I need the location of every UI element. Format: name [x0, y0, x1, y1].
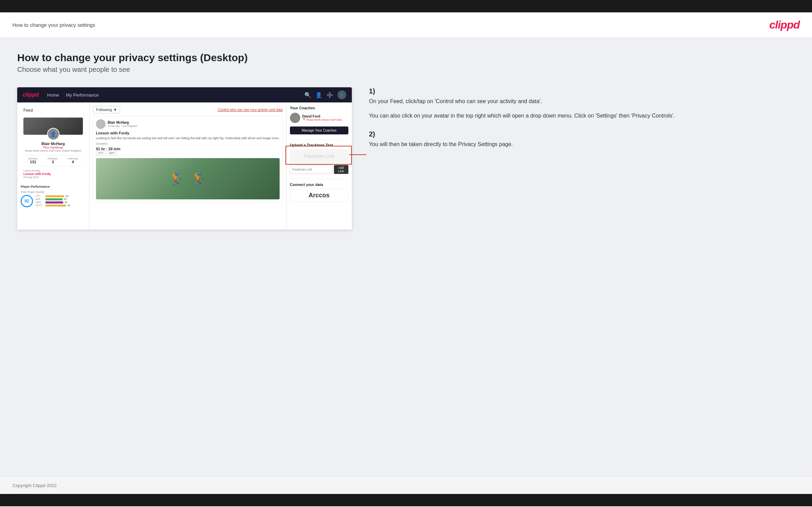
- post-user-name: Blair McHarg: [108, 121, 137, 124]
- stat-following-label: Following: [68, 157, 78, 160]
- page-footer: Copyright Clippd 2022: [0, 476, 812, 494]
- bar-ott-fill: [45, 195, 64, 197]
- post-image: 🏌️ 🏌️: [96, 158, 280, 199]
- connect-data-section: Connect your data Arccos: [290, 183, 348, 202]
- following-label: Following: [96, 108, 112, 112]
- golfer-figures: 🏌️ 🏌️: [169, 172, 207, 186]
- footer-copyright: Copyright Clippd 2022: [12, 483, 57, 488]
- post-avatar: [96, 119, 106, 129]
- bar-arg-val: 86: [65, 201, 67, 203]
- panel-separator-2: [290, 179, 348, 179]
- coach-avatar: [290, 113, 300, 123]
- location-icon: 📍: [302, 118, 306, 121]
- control-privacy-link[interactable]: Control who can see your activity and da…: [218, 108, 282, 112]
- page-header: How to change your privacy settings clip…: [0, 12, 812, 38]
- stat-followers: Followers 3: [48, 157, 58, 164]
- content-row: clippd Home My Performance 🔍 👤 ➕ 👤: [17, 87, 795, 230]
- main-title: How to change your privacy settings (Des…: [17, 52, 795, 64]
- clippd-logo: clippd: [769, 19, 800, 31]
- following-button[interactable]: Following ▼: [93, 106, 120, 113]
- profile-card: 👤 Blair McHarg Plus Handicap Royal North…: [21, 115, 86, 181]
- plus-icon[interactable]: ➕: [326, 92, 333, 98]
- connect-title: Connect your data: [290, 183, 348, 187]
- profile-stats: Activities 131 Followers 3 Following 4: [23, 155, 83, 166]
- user-icon[interactable]: 👤: [315, 92, 322, 98]
- arccos-label: Arccos: [290, 189, 348, 202]
- coach-name: David Ford: [302, 114, 342, 118]
- score-circle: 92: [21, 195, 33, 207]
- app-logo: clippd: [23, 92, 39, 98]
- app-nav-icons: 🔍 👤 ➕ 👤: [304, 90, 346, 99]
- app-right-panel: Your Coaches David Ford 📍 Royal North De…: [286, 102, 352, 230]
- trackman-section: Upload a Trackman Test Trackman Link Add…: [290, 143, 348, 174]
- stat-following-value: 4: [68, 160, 78, 164]
- page-header-title: How to change your privacy settings: [12, 22, 95, 28]
- trackman-placeholder: Trackman Link: [290, 149, 348, 163]
- bar-app: APP 85: [36, 198, 86, 200]
- app-navbar: clippd Home My Performance 🔍 👤 ➕ 👤: [17, 87, 352, 102]
- quality-row: 92 OTT 90 APP: [21, 195, 86, 207]
- stat-following: Following 4: [68, 157, 78, 164]
- main-subtitle: Choose what you want people to see: [17, 66, 795, 74]
- coach-info: David Ford 📍 Royal North Devon Golf Club: [302, 114, 342, 121]
- app-mockup: clippd Home My Performance 🔍 👤 ➕ 👤: [17, 87, 352, 230]
- trackman-input[interactable]: [290, 165, 333, 174]
- bar-app-val: 85: [64, 198, 67, 200]
- post-card: Blair McHarg Yesterday · Sunningdale Les…: [93, 116, 283, 202]
- chevron-down-icon: ▼: [113, 108, 117, 112]
- bar-putt-fill: [45, 205, 66, 207]
- app-feed: Following ▼ Control who can see your act…: [89, 102, 286, 230]
- bar-ott-label: OTT: [36, 195, 44, 197]
- step-1-text-part1: On your Feed, click/tap on 'Control who …: [369, 97, 795, 106]
- avatar-button[interactable]: 👤: [337, 90, 346, 99]
- red-arrow-line: [349, 154, 366, 155]
- bar-ott: OTT 90: [36, 195, 86, 197]
- app-nav-performance[interactable]: My Performance: [66, 92, 99, 98]
- stat-followers-value: 3: [48, 160, 58, 164]
- latest-activity-label: Latest Activity: [23, 169, 83, 172]
- bar-arg: ARG 86: [36, 201, 86, 203]
- player-perf-title: Player Performance: [21, 185, 86, 188]
- step-2-number: 2): [369, 130, 795, 138]
- feed-header: Following ▼ Control who can see your act…: [93, 106, 283, 113]
- profile-avatar: 👤: [47, 128, 59, 140]
- bar-putt-label: PUTT: [36, 204, 44, 207]
- bar-putt-val: 96: [67, 204, 70, 207]
- bar-arg-fill: [45, 201, 63, 203]
- performance-bars: OTT 90 APP 85: [36, 195, 86, 207]
- app-body: Feed 👤 Blair McHarg Plus Handicap Royal …: [17, 102, 352, 230]
- latest-activity-date: 03 Aug 2022: [23, 176, 83, 179]
- post-tags: OTT APP: [96, 151, 280, 155]
- coaches-title: Your Coaches: [290, 106, 348, 110]
- trackman-input-row: Add Link: [290, 165, 348, 174]
- golfer-icon-2: 🏌️: [191, 172, 207, 186]
- main-content: How to change your privacy settings (Des…: [0, 38, 812, 476]
- post-user-meta: Yesterday · Sunningdale: [108, 124, 137, 128]
- profile-handicap: Plus Handicap: [23, 146, 83, 149]
- tag-app: APP: [107, 151, 117, 155]
- instruction-step-1: 1) On your Feed, click/tap on 'Control w…: [369, 87, 795, 120]
- bar-app-fill: [45, 198, 63, 200]
- step-1-number: 1): [369, 87, 795, 95]
- coach-row: David Ford 📍 Royal North Devon Golf Club: [290, 113, 348, 123]
- panel-separator-1: [290, 139, 348, 140]
- manage-coaches-button[interactable]: Manage Your Coaches: [290, 126, 348, 134]
- golfer-icon-1: 🏌️: [169, 172, 184, 186]
- search-icon[interactable]: 🔍: [304, 92, 311, 98]
- post-duration-label: Duration: [96, 142, 280, 145]
- add-link-button[interactable]: Add Link: [334, 165, 348, 174]
- app-sidebar: Feed 👤 Blair McHarg Plus Handicap Royal …: [17, 102, 89, 230]
- profile-name: Blair McHarg: [23, 142, 83, 146]
- post-description: Looking to feel like my hands are exitin…: [96, 136, 280, 140]
- post-header: Blair McHarg Yesterday · Sunningdale: [96, 119, 280, 129]
- player-performance: Player Performance Total Player Quality …: [21, 185, 86, 207]
- feed-tab[interactable]: Feed: [21, 106, 86, 115]
- app-nav-home[interactable]: Home: [47, 92, 59, 98]
- profile-banner: 👤: [23, 118, 83, 135]
- quality-label: Total Player Quality: [21, 190, 86, 194]
- coach-club: 📍 Royal North Devon Golf Club: [302, 118, 342, 121]
- coaches-section: Your Coaches David Ford 📍 Royal North De…: [290, 106, 348, 134]
- tag-ott: OTT: [96, 151, 106, 155]
- post-duration-value: 01 hr : 30 min: [96, 147, 280, 151]
- coach-club-label: Royal North Devon Golf Club: [306, 118, 342, 121]
